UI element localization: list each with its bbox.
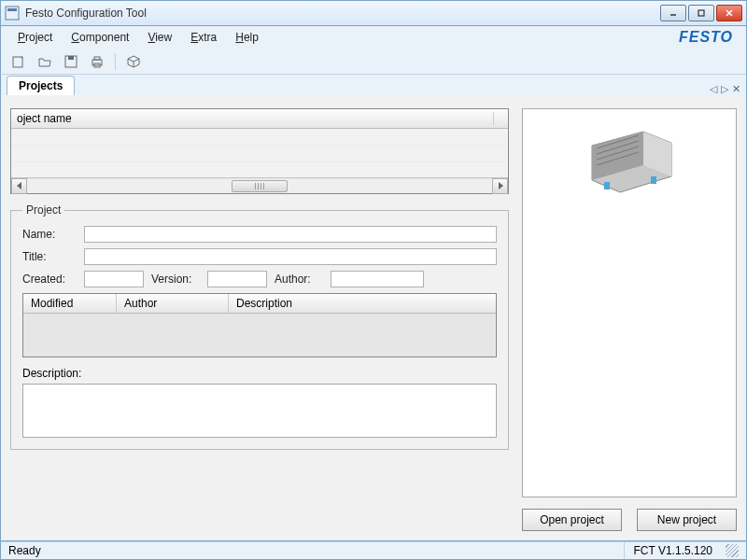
title-field[interactable]: [84, 248, 497, 265]
title-label: Title:: [22, 250, 77, 263]
project-details-group: Project Name: Title: Created: Version: A…: [10, 203, 509, 450]
save-icon[interactable]: [63, 53, 79, 70]
scroll-left-icon[interactable]: [11, 178, 27, 194]
description-field[interactable]: [22, 384, 497, 438]
print-icon[interactable]: [89, 53, 106, 70]
col-project-name: oject name: [17, 112, 72, 125]
grid-body[interactable]: [11, 129, 508, 177]
svg-rect-1: [7, 8, 17, 11]
svg-rect-3: [698, 10, 704, 16]
project-list-grid[interactable]: oject name: [10, 108, 509, 194]
device-image: [578, 122, 681, 197]
tab-projects[interactable]: Projects: [7, 76, 75, 95]
menu-help[interactable]: Help: [226, 29, 268, 46]
menu-project[interactable]: Project: [8, 29, 62, 46]
author-field: [331, 271, 424, 287]
history-body[interactable]: [23, 314, 496, 357]
svg-rect-8: [68, 56, 74, 60]
minimize-button[interactable]: [660, 5, 686, 21]
left-pane: oject name Project Name: Title: Created:: [10, 108, 509, 531]
title-bar: Festo Configuration Tool: [0, 0, 747, 26]
created-field: [84, 271, 144, 287]
status-bar: Ready FCT V1.1.5.120: [0, 541, 747, 560]
description-label: Description:: [22, 367, 497, 380]
col-author[interactable]: Author: [117, 294, 229, 313]
author-label: Author:: [275, 273, 323, 286]
column-resizer[interactable]: [493, 112, 502, 125]
open-project-button[interactable]: Open project: [522, 509, 622, 531]
tab-scroll-right-icon[interactable]: ▷: [721, 83, 728, 95]
menu-bar: Project Component View Extra Help FESTO: [0, 26, 747, 49]
horizontal-scrollbar[interactable]: [11, 177, 508, 193]
created-label: Created:: [22, 273, 77, 286]
new-project-button[interactable]: New project: [637, 509, 737, 531]
maximize-button[interactable]: [688, 5, 714, 21]
svg-rect-20: [651, 176, 656, 184]
new-project-icon[interactable]: [10, 53, 27, 70]
menu-component[interactable]: Component: [62, 29, 138, 46]
scroll-right-icon[interactable]: [492, 178, 508, 194]
project-legend: Project: [22, 203, 64, 217]
main-content: oject name Project Name: Title: Created:: [0, 95, 747, 541]
scroll-track[interactable]: [27, 179, 492, 193]
tab-strip: Projects ◁ ▷ ✕: [0, 75, 747, 95]
device-preview: [522, 108, 737, 497]
right-pane: Open project New project: [522, 108, 737, 531]
toolbar: [0, 49, 747, 75]
svg-rect-19: [604, 182, 610, 189]
svg-rect-6: [13, 57, 22, 67]
resize-grip-icon[interactable]: [726, 544, 739, 557]
close-button[interactable]: [716, 5, 742, 21]
svg-rect-10: [94, 57, 100, 60]
name-label: Name:: [22, 228, 77, 241]
tab-close-icon[interactable]: ✕: [732, 83, 740, 95]
name-field[interactable]: [84, 226, 497, 243]
component-icon[interactable]: [125, 53, 142, 70]
brand-logo: FESTO: [679, 29, 739, 46]
open-project-icon[interactable]: [36, 53, 53, 70]
col-modified[interactable]: Modified: [23, 294, 117, 313]
scroll-thumb[interactable]: [232, 180, 288, 192]
menu-extra[interactable]: Extra: [181, 29, 226, 46]
tab-scroll-left-icon[interactable]: ◁: [710, 83, 717, 95]
status-version: FCT V1.1.5.120: [624, 542, 723, 559]
menu-view[interactable]: View: [138, 29, 181, 46]
version-field: [207, 271, 267, 287]
history-table: Modified Author Description: [22, 293, 497, 357]
col-description[interactable]: Description: [229, 294, 496, 313]
app-icon: [5, 6, 20, 21]
grid-header[interactable]: oject name: [11, 109, 508, 129]
window-title: Festo Configuration Tool: [25, 7, 660, 20]
version-label: Version:: [151, 273, 200, 286]
status-ready: Ready: [8, 544, 624, 557]
